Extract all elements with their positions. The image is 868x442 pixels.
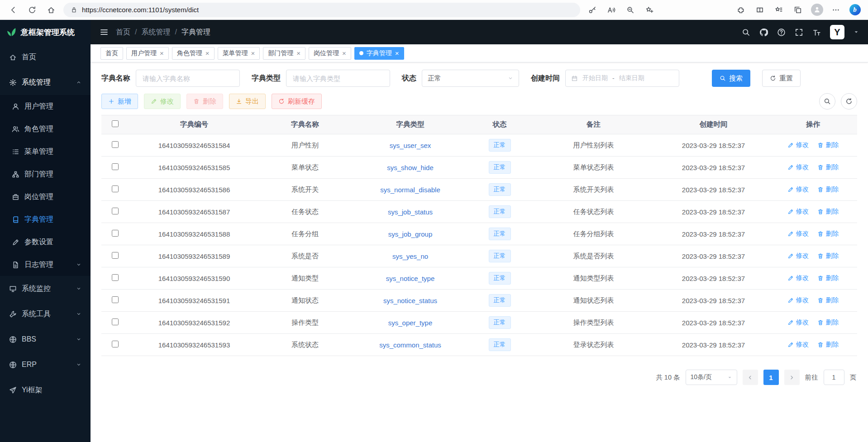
github-icon[interactable] — [759, 28, 768, 37]
read-aloud-button[interactable] — [602, 1, 621, 19]
tab-item-1[interactable]: 首页 — [100, 47, 123, 60]
reload-button[interactable] — [23, 1, 42, 19]
sidebar-item-post-mgmt[interactable]: 岗位管理 — [0, 185, 91, 208]
dict-type-link[interactable]: sys_job_status — [388, 208, 433, 216]
row-checkbox[interactable] — [112, 185, 119, 192]
row-edit-button[interactable]: 修改 — [787, 163, 809, 171]
prev-page-button[interactable] — [743, 370, 758, 385]
search-icon[interactable] — [742, 28, 750, 37]
dict-name-input[interactable] — [136, 70, 240, 87]
status-select[interactable]: 正常 — [422, 70, 519, 87]
font-size-icon[interactable] — [812, 28, 821, 37]
sidebar-item-home[interactable]: 首页 — [0, 44, 91, 70]
breadcrumb-item[interactable]: 首页 — [116, 28, 130, 37]
row-delete-button[interactable]: 删除 — [817, 340, 839, 349]
sidebar-item-menu-mgmt[interactable]: 菜单管理 — [0, 140, 91, 163]
row-edit-button[interactable]: 修改 — [787, 252, 809, 260]
row-edit-button[interactable]: 修改 — [787, 274, 809, 282]
password-key-button[interactable] — [583, 1, 602, 19]
breadcrumb-item[interactable]: 系统管理 — [141, 28, 170, 37]
bing-chat-button[interactable]: b — [845, 1, 864, 19]
help-icon[interactable] — [777, 28, 786, 37]
dict-type-link[interactable]: sys_notice_status — [383, 297, 437, 304]
row-checkbox[interactable] — [112, 318, 119, 325]
row-edit-button[interactable]: 修改 — [787, 229, 809, 238]
reset-button[interactable]: 重置 — [762, 70, 801, 87]
dict-type-input[interactable] — [286, 70, 390, 87]
add-favorite-button[interactable] — [640, 1, 659, 19]
split-screen-button[interactable] — [750, 1, 769, 19]
home-button[interactable] — [42, 1, 61, 19]
row-checkbox[interactable] — [112, 163, 119, 170]
row-delete-button[interactable]: 删除 — [817, 141, 839, 149]
zoom-button[interactable] — [621, 1, 640, 19]
profile-button[interactable] — [807, 1, 826, 19]
date-range-picker[interactable]: 开始日期 - 结束日期 — [565, 70, 679, 87]
sidebar-item-dept-mgmt[interactable]: 部门管理 — [0, 163, 91, 185]
search-button[interactable]: 搜索 — [712, 70, 750, 87]
sidebar-item-user-mgmt[interactable]: 用户管理 — [0, 95, 91, 118]
delete-button[interactable]: 删除 — [186, 94, 223, 109]
dict-type-link[interactable]: sys_user_sex — [390, 142, 431, 149]
page-number-button[interactable]: 1 — [763, 370, 779, 385]
row-checkbox[interactable] — [112, 252, 119, 259]
row-edit-button[interactable]: 修改 — [787, 141, 809, 149]
row-checkbox[interactable] — [112, 208, 119, 214]
add-button[interactable]: 新增 — [101, 94, 138, 109]
dict-type-link[interactable]: sys_job_group — [388, 230, 433, 238]
row-edit-button[interactable]: 修改 — [787, 207, 809, 216]
tab-item-5[interactable]: 部门管理× — [263, 47, 305, 60]
row-delete-button[interactable]: 删除 — [817, 163, 839, 171]
row-delete-button[interactable]: 删除 — [817, 274, 839, 282]
row-edit-button[interactable]: 修改 — [787, 296, 809, 304]
refresh-table-button[interactable] — [841, 93, 857, 109]
collections-button[interactable] — [788, 1, 807, 19]
settings-more-button[interactable] — [826, 1, 845, 19]
edit-button[interactable]: 修改 — [144, 94, 181, 109]
sidebar-item-system-monitor[interactable]: 系统监控 — [0, 276, 91, 301]
row-delete-button[interactable]: 删除 — [817, 207, 839, 216]
row-delete-button[interactable]: 删除 — [817, 185, 839, 194]
row-delete-button[interactable]: 删除 — [817, 318, 839, 327]
sidebar-item-system-tools[interactable]: 系统工具 — [0, 301, 91, 327]
next-page-button[interactable] — [784, 370, 800, 385]
sidebar-item-yi-framework[interactable]: Yi框架 — [0, 377, 91, 403]
address-bar[interactable]: https://ccnetcore.com:1101/system/dict — [63, 3, 580, 17]
page-size-select[interactable]: 10条/页 — [686, 370, 737, 385]
row-checkbox[interactable] — [112, 141, 119, 148]
goto-page-input[interactable] — [824, 370, 844, 385]
sidebar-item-bbs[interactable]: BBS — [0, 327, 91, 352]
sidebar-item-role-mgmt[interactable]: 角色管理 — [0, 118, 91, 140]
dict-type-link[interactable]: sys_common_status — [379, 341, 441, 349]
user-avatar-logo[interactable]: Y — [830, 25, 844, 39]
dict-type-link[interactable]: sys_notice_type — [386, 275, 435, 282]
back-button[interactable] — [4, 1, 23, 19]
sidebar-item-dict-mgmt[interactable]: 字典管理 — [0, 208, 91, 231]
row-edit-button[interactable]: 修改 — [787, 185, 809, 194]
caret-down-icon[interactable] — [854, 29, 859, 35]
close-icon[interactable]: × — [342, 50, 346, 57]
tab-item-3[interactable]: 角色管理× — [172, 47, 215, 60]
refresh-cache-button[interactable]: 刷新缓存 — [272, 94, 322, 109]
sidebar-item-param-settings[interactable]: 参数设置 — [0, 231, 91, 253]
row-checkbox[interactable] — [112, 274, 119, 281]
row-checkbox[interactable] — [112, 296, 119, 303]
dict-type-link[interactable]: sys_oper_type — [388, 319, 433, 327]
row-delete-button[interactable]: 删除 — [817, 229, 839, 238]
tab-item-2[interactable]: 用户管理× — [126, 47, 169, 60]
dict-type-link[interactable]: sys_normal_disable — [380, 186, 440, 194]
tab-item-7[interactable]: 字典管理× — [354, 47, 404, 60]
sidebar-item-erp[interactable]: ERP — [0, 352, 91, 377]
close-icon[interactable]: × — [160, 50, 164, 57]
row-delete-button[interactable]: 删除 — [817, 296, 839, 304]
sidebar-item-system-mgmt[interactable]: 系统管理 — [0, 70, 91, 95]
collapse-sidebar-icon[interactable] — [100, 28, 109, 37]
tab-item-4[interactable]: 菜单管理× — [218, 47, 260, 60]
close-icon[interactable]: × — [296, 50, 300, 57]
row-delete-button[interactable]: 删除 — [817, 252, 839, 260]
row-checkbox[interactable] — [112, 230, 119, 237]
extensions-button[interactable] — [731, 1, 750, 19]
close-icon[interactable]: × — [395, 50, 399, 57]
dict-type-link[interactable]: sys_show_hide — [387, 164, 434, 171]
tab-item-6[interactable]: 岗位管理× — [309, 47, 351, 60]
